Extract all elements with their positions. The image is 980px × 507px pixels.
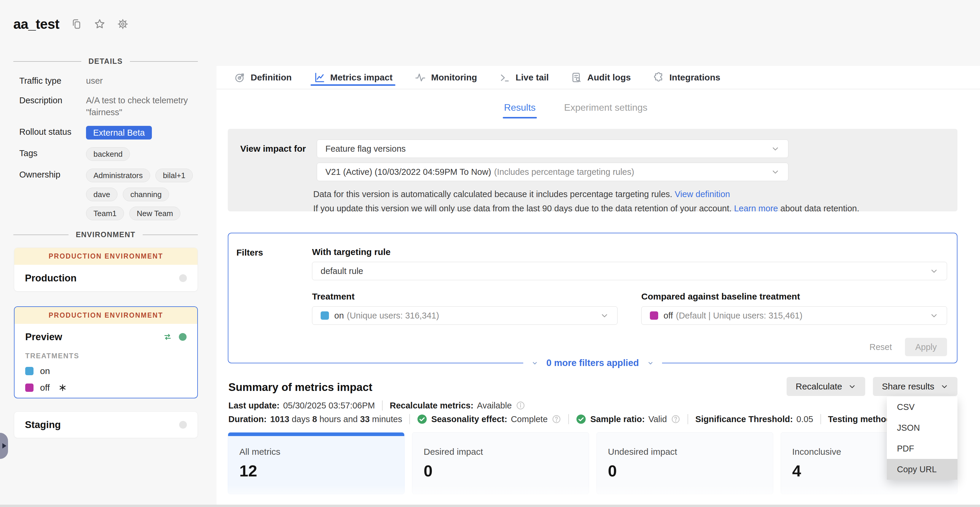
owner-chip[interactable]: Team1 [86, 207, 124, 220]
details-heading: DETAILS [88, 57, 123, 65]
preview-env-banner: PRODUCTION ENVIRONMENT [14, 307, 197, 324]
traffic-type-value: user [86, 75, 199, 87]
card-desired-impact[interactable]: Desired impact 0 [412, 432, 589, 494]
treatment-on-label: on [40, 366, 50, 376]
share-results-button[interactable]: Share results [873, 377, 958, 396]
menu-item-pdf[interactable]: PDF [887, 438, 958, 459]
chevron-down-icon [600, 311, 609, 320]
menu-item-csv[interactable]: CSV [887, 397, 958, 417]
treatment-dropdown[interactable]: on (Unique users: 316,341) [312, 306, 617, 325]
recalculate-button[interactable]: Recalculate [787, 377, 865, 396]
page-title: aa_test [13, 16, 59, 32]
reset-button[interactable]: Reset [869, 342, 892, 352]
treatment-off-swatch [25, 384, 33, 392]
tab-audit-logs[interactable]: Audit logs [571, 66, 631, 89]
baseline-value: off [663, 311, 673, 320]
env-card-staging[interactable]: Staging [14, 411, 198, 438]
subtab-results[interactable]: Results [504, 102, 536, 113]
sample-ratio-label: Sample ratio: [590, 415, 645, 424]
separator [382, 400, 383, 411]
ownership-label: Ownership [19, 169, 86, 180]
targeting-rule-value: default rule [321, 266, 363, 276]
view-impact-label: View impact for [240, 143, 317, 154]
duration-label: Duration: [228, 415, 267, 424]
env-card-preview[interactable]: PRODUCTION ENVIRONMENT Preview TREATMENT… [14, 306, 198, 399]
tab-metrics-impact[interactable]: Metrics impact [313, 66, 392, 89]
copy-icon[interactable] [71, 18, 83, 30]
menu-item-copy-url[interactable]: Copy URL [887, 459, 958, 480]
star-icon[interactable] [94, 18, 106, 30]
view-definition-link[interactable]: View definition [675, 190, 730, 199]
subtab-experiment-settings[interactable]: Experiment settings [564, 102, 648, 113]
chevron-down-icon [531, 359, 539, 367]
significance-threshold-label: Significance Threshold: [695, 415, 793, 424]
window-bottom-edge [0, 505, 980, 507]
help-icon[interactable] [671, 415, 681, 424]
tags-label: Tags [19, 147, 86, 159]
targeting-rule-dropdown[interactable]: default rule [312, 262, 947, 280]
info-icon[interactable] [516, 401, 525, 410]
puzzle-icon [653, 72, 665, 83]
apply-button[interactable]: Apply [905, 338, 947, 356]
card-value: 0 [423, 462, 589, 480]
tag-chip[interactable]: backend [86, 147, 130, 161]
owner-chip[interactable]: dave [86, 188, 118, 201]
tab-label: Monitoring [431, 72, 477, 83]
env-active-dot [179, 333, 186, 341]
recalculate-button-label: Recalculate [795, 381, 842, 392]
treatment-value: on [334, 311, 344, 320]
seasonality-label: Seasonality effect: [431, 415, 507, 424]
description-label: Description [19, 94, 86, 106]
tab-definition[interactable]: Definition [234, 66, 291, 89]
divider-line [130, 61, 198, 62]
impact-type-dropdown[interactable]: Feature flag versions [317, 140, 788, 158]
env-name-staging: Staging [25, 419, 61, 430]
learn-more-link[interactable]: Learn more [734, 204, 778, 213]
treatment-note: (Unique users: 316,341) [347, 311, 439, 320]
tab-live-tail[interactable]: Live tail [499, 66, 549, 89]
divider-line [13, 234, 68, 235]
owner-chip[interactable]: Administrators [86, 169, 150, 182]
recalc-metrics-label: Recalculate metrics: [390, 401, 473, 411]
tab-integrations[interactable]: Integrations [653, 66, 721, 89]
divider-line [13, 61, 81, 62]
env-name-preview: Preview [25, 331, 62, 343]
baseline-treatment-dropdown[interactable]: off (Default | Unique users: 315,461) [641, 306, 947, 325]
sidebar: aa_test DETAILS Traffic type user Descri… [0, 0, 216, 507]
sidebar-collapse-handle[interactable] [0, 433, 8, 459]
description-value: A/A test to check telemetry "fairness" [86, 94, 199, 118]
help-icon[interactable] [552, 415, 561, 424]
version-dropdown[interactable]: V21 (Active) (10/03/2022 04:59PM To Now)… [317, 163, 788, 181]
more-filters-toggle[interactable]: 0 more filters applied [523, 356, 662, 370]
recalc-metrics-value: Available [477, 401, 512, 411]
production-env-banner: PRODUCTION ENVIRONMENT [14, 248, 197, 265]
chevron-down-icon [929, 266, 939, 276]
treatment-off-swatch [650, 311, 658, 320]
treatments-heading: TREATMENTS [25, 352, 197, 360]
card-all-metrics[interactable]: All metrics 12 [228, 432, 404, 494]
tab-monitoring[interactable]: Monitoring [414, 66, 477, 89]
version-value: V21 (Active) (10/03/2022 04:59PM To Now) [325, 167, 491, 177]
results-subtabs: Results Experiment settings [216, 102, 935, 113]
summary-title: Summary of metrics impact [228, 381, 372, 394]
owner-chip[interactable]: New Team [129, 207, 180, 220]
env-card-production[interactable]: PRODUCTION ENVIRONMENT Production [14, 247, 198, 292]
last-update-value: 05/30/2025 03:57:06PM [283, 401, 375, 411]
baseline-note: (Default | Unique users: 315,461) [676, 311, 803, 320]
gear-icon[interactable] [117, 18, 129, 30]
tab-label: Live tail [515, 72, 549, 83]
card-label: All metrics [239, 447, 404, 457]
owner-chip[interactable]: channing [123, 188, 169, 201]
tab-label: Metrics impact [330, 72, 392, 83]
testing-method-label: Testing method: [828, 415, 894, 424]
owner-chip[interactable]: bilal+1 [156, 169, 193, 182]
tab-bar: Definition Metrics impact Monitoring Liv… [216, 66, 980, 89]
card-undesired-impact[interactable]: Undesired impact 0 [597, 432, 773, 494]
separator [687, 414, 688, 424]
tab-label: Definition [251, 72, 291, 83]
share-results-button-label: Share results [882, 381, 934, 392]
menu-item-json[interactable]: JSON [887, 417, 958, 438]
chevron-down-icon [940, 382, 948, 391]
target-icon [234, 72, 246, 83]
separator [568, 414, 569, 424]
